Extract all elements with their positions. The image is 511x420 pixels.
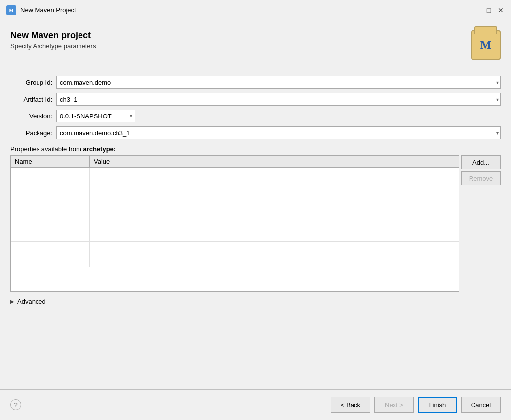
page-title: New Maven project xyxy=(10,30,96,40)
cancel-button[interactable]: Cancel xyxy=(461,397,501,413)
artifact-id-label: Artifact Id: xyxy=(10,96,52,103)
table-cell-name-3 xyxy=(11,217,90,241)
table-cell-value-1 xyxy=(90,168,459,192)
table-cell-value-2 xyxy=(90,192,459,217)
finish-button[interactable]: Finish xyxy=(418,397,457,413)
table-row[interactable] xyxy=(11,242,459,267)
table-cell-value-3 xyxy=(90,217,459,241)
artifact-id-dropdown-icon: ▾ xyxy=(496,97,499,102)
window: M New Maven Project — □ ✕ New Maven proj… xyxy=(0,0,511,420)
table-row[interactable] xyxy=(11,192,459,217)
table-header: Name Value xyxy=(11,156,459,168)
button-bar-right: < Back Next > Finish Cancel xyxy=(331,397,501,413)
back-button[interactable]: < Back xyxy=(331,397,370,413)
artifact-id-input[interactable] xyxy=(56,93,501,106)
group-id-row: Group Id: ▾ xyxy=(10,76,501,89)
title-bar: M New Maven Project — □ ✕ xyxy=(0,0,511,20)
package-row: Package: ▾ xyxy=(10,126,501,139)
page-subtitle: Specify Archetype parameters xyxy=(10,42,96,50)
minimize-button[interactable]: — xyxy=(473,6,481,14)
table-cell-name-1 xyxy=(11,168,90,192)
window-title: New Maven Project xyxy=(20,6,76,14)
properties-label: Properties available from archetype: xyxy=(10,145,501,153)
advanced-arrow-icon: ▶ xyxy=(10,299,14,304)
add-button[interactable]: Add... xyxy=(461,155,501,169)
table-cell-name-4 xyxy=(11,242,90,267)
group-id-dropdown-icon: ▾ xyxy=(496,80,499,85)
close-button[interactable]: ✕ xyxy=(497,6,505,14)
properties-table: Name Value xyxy=(10,155,459,292)
svg-text:M: M xyxy=(9,8,14,13)
advanced-label: Advanced xyxy=(17,298,46,305)
page-header: New Maven project Specify Archetype para… xyxy=(10,30,501,60)
artifact-id-row: Artifact Id: ▾ xyxy=(10,93,501,106)
table-body xyxy=(11,168,459,291)
table-header-value: Value xyxy=(90,156,459,167)
table-row[interactable] xyxy=(11,217,459,242)
group-id-label: Group Id: xyxy=(10,79,52,86)
group-id-input-wrapper: ▾ xyxy=(56,76,501,89)
title-bar-left: M New Maven Project xyxy=(6,5,76,15)
package-input-wrapper: ▾ xyxy=(56,126,501,139)
maven-logo: M xyxy=(471,30,501,60)
version-select[interactable]: 0.0.1-SNAPSHOT 1.0.0 1.0.0-SNAPSHOT xyxy=(56,110,135,122)
content-area: New Maven project Specify Archetype para… xyxy=(0,20,511,389)
version-wrapper: 0.0.1-SNAPSHOT 1.0.0 1.0.0-SNAPSHOT ▾ xyxy=(56,110,135,122)
group-id-input[interactable] xyxy=(56,76,501,89)
table-section: Name Value xyxy=(10,155,501,292)
advanced-section[interactable]: ▶ Advanced xyxy=(10,298,501,305)
table-cell-name-2 xyxy=(11,192,90,217)
version-label: Version: xyxy=(10,113,52,120)
help-button[interactable]: ? xyxy=(10,399,21,410)
spacer xyxy=(10,313,501,389)
maven-title-icon: M xyxy=(6,5,16,15)
page-header-left: New Maven project Specify Archetype para… xyxy=(10,30,96,50)
artifact-id-input-wrapper: ▾ xyxy=(56,93,501,106)
version-row: Version: 0.0.1-SNAPSHOT 1.0.0 1.0.0-SNAP… xyxy=(10,110,501,122)
next-button[interactable]: Next > xyxy=(374,397,414,413)
package-label: Package: xyxy=(10,129,52,137)
table-cell-value-4 xyxy=(90,242,459,267)
header-separator xyxy=(10,68,501,68)
package-input[interactable] xyxy=(56,126,501,139)
button-bar: ? < Back Next > Finish Cancel xyxy=(0,390,511,420)
table-buttons: Add... Remove xyxy=(461,155,501,292)
maximize-button[interactable]: □ xyxy=(485,6,493,14)
remove-button[interactable]: Remove xyxy=(461,171,501,185)
table-header-name: Name xyxy=(11,156,90,167)
title-bar-controls: — □ ✕ xyxy=(473,6,505,14)
form-section: Group Id: ▾ Artifact Id: ▾ Version: xyxy=(10,76,501,139)
table-row[interactable] xyxy=(11,168,459,192)
package-dropdown-icon: ▾ xyxy=(496,130,499,136)
